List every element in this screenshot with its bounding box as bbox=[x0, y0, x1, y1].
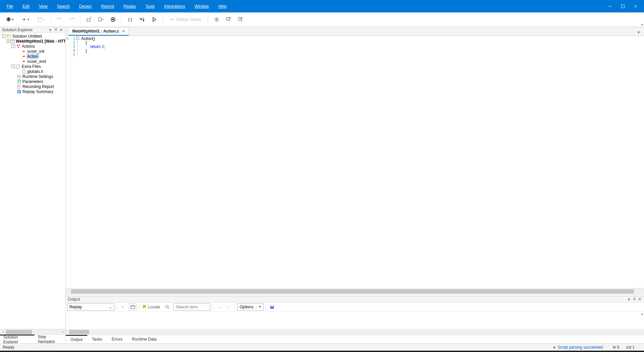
save-icon bbox=[37, 17, 42, 22]
tab-step-navigator[interactable]: Step Navigator bbox=[35, 335, 65, 343]
output-hscrollbar[interactable] bbox=[66, 329, 644, 335]
toggle-wrap-button[interactable] bbox=[129, 303, 137, 311]
redo-icon bbox=[69, 17, 74, 21]
scroll-left-icon[interactable]: ‹ bbox=[0, 329, 6, 335]
status-bar: Ready ● Script parsing succeeded ln 5 co… bbox=[0, 343, 644, 351]
scroll-thumb[interactable] bbox=[71, 289, 634, 294]
run-button[interactable] bbox=[149, 14, 160, 25]
fold-toggle-icon[interactable]: − bbox=[76, 37, 79, 40]
tree-node-actions[interactable]: −Actions bbox=[0, 44, 65, 49]
panel-pin-icon[interactable] bbox=[632, 297, 637, 302]
tab-tasks[interactable]: Tasks bbox=[87, 335, 107, 343]
window-minimize-button[interactable] bbox=[604, 0, 616, 12]
add-button[interactable]: ＋▼ bbox=[18, 14, 33, 25]
list-icon bbox=[214, 17, 219, 22]
window-maximize-button[interactable] bbox=[616, 0, 629, 12]
panel-close-icon[interactable]: ✕ bbox=[637, 297, 642, 302]
tree-node-vuser-init[interactable]: vuser_init bbox=[0, 49, 65, 54]
svg-point-27 bbox=[19, 45, 20, 46]
options-dropdown[interactable]: Options|▼ bbox=[237, 303, 263, 311]
tab-solution-explorer[interactable]: Solution Explorer bbox=[0, 335, 35, 343]
search-button[interactable] bbox=[163, 303, 171, 311]
menu-design[interactable]: Design bbox=[74, 0, 96, 12]
import-button[interactable] bbox=[83, 14, 95, 25]
import-icon bbox=[86, 17, 92, 22]
braces-button[interactable]: {} bbox=[124, 14, 136, 25]
next-result-button[interactable]: ▷ bbox=[225, 303, 233, 311]
editor-tab-action[interactable]: WebHttpHtml1 : Action.c ✕ bbox=[68, 27, 129, 36]
tab-output[interactable]: Output bbox=[66, 335, 87, 343]
undo-button[interactable] bbox=[54, 14, 65, 25]
tree-node-parameters[interactable]: PParameters bbox=[0, 79, 65, 84]
undo-icon bbox=[57, 17, 62, 21]
status-col: col 1 bbox=[626, 345, 635, 350]
zoom-out-button[interactable]: 0 bbox=[223, 14, 234, 25]
tree-node-globals[interactable]: globals.h bbox=[0, 69, 65, 74]
record-icon bbox=[110, 17, 116, 22]
tree-node-solution[interactable]: −Solution Untitled bbox=[0, 34, 65, 39]
output-search-input[interactable] bbox=[173, 303, 210, 311]
folder-icon bbox=[16, 64, 21, 69]
toolbar-overflow-button[interactable] bbox=[641, 24, 643, 25]
tab-overflow-button[interactable]: ▾ bbox=[635, 29, 642, 36]
code-editor[interactable]: ✎ 12345 − Action() { return 0; } bbox=[66, 36, 644, 289]
replay-summary-icon bbox=[17, 89, 21, 94]
svg-rect-4 bbox=[38, 17, 42, 21]
panel-dropdown-icon[interactable]: ▾ bbox=[627, 297, 631, 302]
zoom-in-button[interactable] bbox=[235, 14, 246, 25]
explorer-hscrollbar[interactable]: ‹ › bbox=[0, 329, 65, 335]
status-parse-message[interactable]: Script parsing succeeded bbox=[558, 345, 603, 350]
main-toolbar: ✱▼ ＋▼ ▼ {} Design Studio 0 bbox=[0, 12, 644, 27]
tree-node-action[interactable]: Action bbox=[0, 54, 65, 59]
new-script-button[interactable]: ✱▼ bbox=[3, 14, 17, 25]
tab-errors[interactable]: Errors bbox=[107, 335, 127, 343]
tree-node-replay-summary[interactable]: Replay Summary bbox=[0, 89, 65, 94]
panel-close-icon[interactable]: ✕ bbox=[59, 28, 63, 32]
scroll-right-icon[interactable]: › bbox=[60, 329, 65, 335]
design-studio-button[interactable]: Design Studio bbox=[166, 14, 205, 25]
menu-integrations[interactable]: Integrations bbox=[159, 0, 190, 12]
save-button[interactable]: ▼ bbox=[34, 14, 48, 25]
panel-pin-icon[interactable] bbox=[53, 28, 58, 32]
compile-button[interactable] bbox=[137, 14, 148, 25]
menu-file[interactable]: File bbox=[2, 0, 18, 12]
menu-edit[interactable]: Edit bbox=[18, 0, 34, 12]
export-button[interactable] bbox=[268, 303, 276, 311]
list-button[interactable] bbox=[211, 14, 222, 25]
code-area[interactable]: Action() { return 0; } bbox=[80, 36, 644, 288]
menu-help[interactable]: Help bbox=[214, 0, 231, 12]
tree-node-extra-files[interactable]: −Extra Files bbox=[0, 64, 65, 69]
tree-node-project[interactable]: −WebHttpHtml1 [Web - HTTP/HTML] bbox=[0, 39, 65, 44]
menu-window[interactable]: Window bbox=[190, 0, 214, 12]
menu-record[interactable]: Record bbox=[96, 0, 119, 12]
menu-replay[interactable]: Replay bbox=[119, 0, 141, 12]
locate-flag-icon[interactable]: Locate bbox=[141, 303, 161, 311]
tree-node-vuser-end[interactable]: vuser_end bbox=[0, 59, 65, 64]
menu-search[interactable]: Search bbox=[52, 0, 74, 12]
tab-runtime-data[interactable]: Runtime Data bbox=[127, 335, 161, 343]
editor-hscrollbar[interactable] bbox=[66, 289, 644, 294]
svg-point-32 bbox=[19, 76, 20, 77]
panel-dropdown-icon[interactable]: ▾ bbox=[48, 28, 53, 32]
clear-output-button[interactable]: ✕ bbox=[119, 303, 127, 311]
svg-rect-30 bbox=[22, 70, 25, 73]
menu-view[interactable]: View bbox=[34, 0, 52, 12]
close-tab-icon[interactable]: ✕ bbox=[122, 29, 125, 34]
window-close-button[interactable] bbox=[629, 0, 642, 12]
record-button[interactable] bbox=[107, 14, 119, 25]
solution-icon bbox=[7, 34, 11, 39]
output-panel: Output ▾ ✕ Replay⌄ ✕ Locate ◁ bbox=[66, 296, 644, 343]
svg-text:0: 0 bbox=[229, 17, 231, 19]
tree-node-runtime-settings[interactable]: Runtime Settings bbox=[0, 74, 65, 79]
output-filter-select[interactable]: Replay⌄ bbox=[67, 303, 114, 311]
menu-tools[interactable]: Tools bbox=[141, 0, 159, 12]
output-overflow-button[interactable] bbox=[641, 313, 643, 315]
scroll-thumb[interactable] bbox=[6, 330, 32, 334]
redo-button[interactable] bbox=[66, 14, 77, 25]
svg-rect-5 bbox=[39, 17, 41, 19]
goto-button[interactable] bbox=[95, 14, 107, 25]
prev-result-button[interactable]: ◁ bbox=[215, 303, 223, 311]
svg-point-19 bbox=[238, 17, 241, 20]
scroll-thumb[interactable] bbox=[69, 330, 89, 334]
tree-node-recording-report[interactable]: Recording Report bbox=[0, 84, 65, 89]
